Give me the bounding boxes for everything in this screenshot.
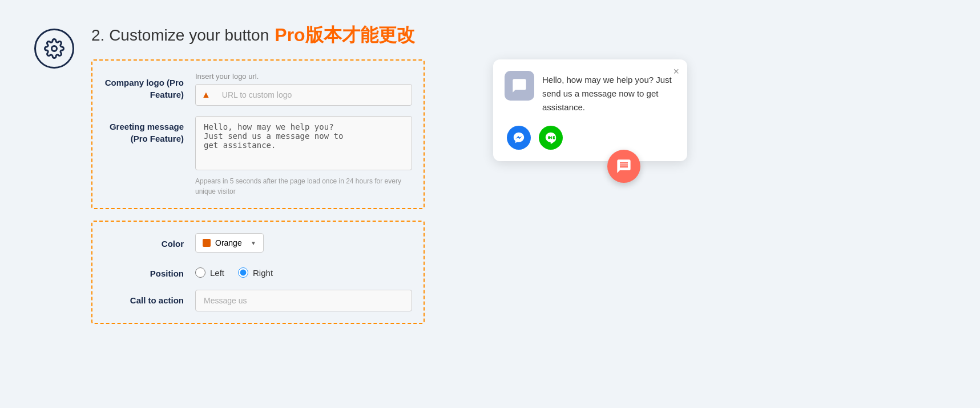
messenger-button[interactable] bbox=[507, 126, 531, 150]
company-logo-row: Company logo (ProFeature) Insert your lo… bbox=[104, 72, 412, 106]
preview-panel: × Hello, how may we help you? Just send … bbox=[493, 59, 687, 206]
color-dot bbox=[203, 239, 211, 247]
greeting-label: Greeting message(Pro Feature) bbox=[104, 116, 195, 145]
position-right-text: Right bbox=[253, 268, 273, 278]
position-left-label[interactable]: Left bbox=[195, 267, 224, 278]
color-label: Color bbox=[104, 233, 195, 250]
position-left-text: Left bbox=[210, 268, 224, 278]
greeting-row: Greeting message(Pro Feature) Hello, how… bbox=[104, 116, 412, 197]
position-field: Left Right bbox=[195, 263, 412, 278]
company-logo-label: Company logo (ProFeature) bbox=[104, 72, 195, 101]
preview-message: Hello, how may we help you? Just send us… bbox=[542, 71, 676, 114]
chat-logo-icon bbox=[511, 78, 527, 94]
logo-url-input[interactable] bbox=[216, 85, 412, 105]
messenger-icon bbox=[513, 131, 525, 144]
cta-input[interactable] bbox=[195, 290, 412, 311]
page-title-area: 2. Customize your button Pro版本才能更改 bbox=[91, 23, 946, 48]
cta-field bbox=[195, 290, 412, 311]
position-label: Position bbox=[104, 263, 195, 279]
color-row: Color Orange ▼ bbox=[104, 233, 412, 253]
gear-icon-wrapper bbox=[34, 29, 74, 69]
form-area: Company logo (ProFeature) Insert your lo… bbox=[91, 59, 946, 324]
position-right-label[interactable]: Right bbox=[238, 267, 273, 278]
line-button[interactable] bbox=[539, 126, 563, 150]
float-chat-icon bbox=[616, 158, 632, 174]
cta-row: Call to action bbox=[104, 290, 412, 311]
preview-channels bbox=[505, 126, 676, 150]
warning-icon: ▲ bbox=[196, 85, 216, 105]
position-row: Position Left Right bbox=[104, 263, 412, 279]
position-radio-group: Left Right bbox=[195, 263, 412, 278]
float-chat-button[interactable] bbox=[607, 150, 640, 183]
main-content: 2. Customize your button Pro版本才能更改 Compa… bbox=[91, 23, 946, 324]
line-icon bbox=[545, 131, 557, 144]
color-field: Orange ▼ bbox=[195, 233, 412, 253]
cta-label: Call to action bbox=[104, 290, 195, 306]
settings-section: Color Orange ▼ Position bbox=[91, 221, 425, 324]
gear-icon bbox=[44, 38, 64, 59]
greeting-textarea[interactable]: Hello, how may we help you? Just send us… bbox=[195, 116, 412, 170]
pro-features-section: Company logo (ProFeature) Insert your lo… bbox=[91, 59, 425, 209]
svg-point-0 bbox=[52, 46, 57, 51]
form-left: Company logo (ProFeature) Insert your lo… bbox=[91, 59, 425, 324]
pro-badge: Pro版本才能更改 bbox=[275, 23, 414, 48]
chevron-down-icon: ▼ bbox=[251, 240, 256, 246]
color-select-button[interactable]: Orange ▼ bbox=[195, 233, 264, 253]
greeting-field: Hello, how may we help you? Just send us… bbox=[195, 116, 412, 197]
logo-input-wrapper: ▲ bbox=[195, 84, 412, 106]
close-button[interactable]: × bbox=[673, 66, 679, 77]
company-logo-field: Insert your logo url. ▲ bbox=[195, 72, 412, 106]
position-left-radio[interactable] bbox=[195, 267, 205, 278]
logo-sublabel: Insert your logo url. bbox=[195, 72, 412, 81]
preview-header: Hello, how may we help you? Just send us… bbox=[505, 71, 676, 114]
page-title: 2. Customize your button bbox=[91, 26, 269, 45]
preview-logo bbox=[505, 71, 534, 101]
position-right-radio[interactable] bbox=[238, 267, 248, 278]
greeting-helper: Appears in 5 seconds after the page load… bbox=[195, 176, 412, 197]
page-container: 2. Customize your button Pro版本才能更改 Compa… bbox=[0, 0, 980, 408]
color-value: Orange bbox=[215, 238, 242, 247]
preview-card: × Hello, how may we help you? Just send … bbox=[493, 59, 687, 161]
